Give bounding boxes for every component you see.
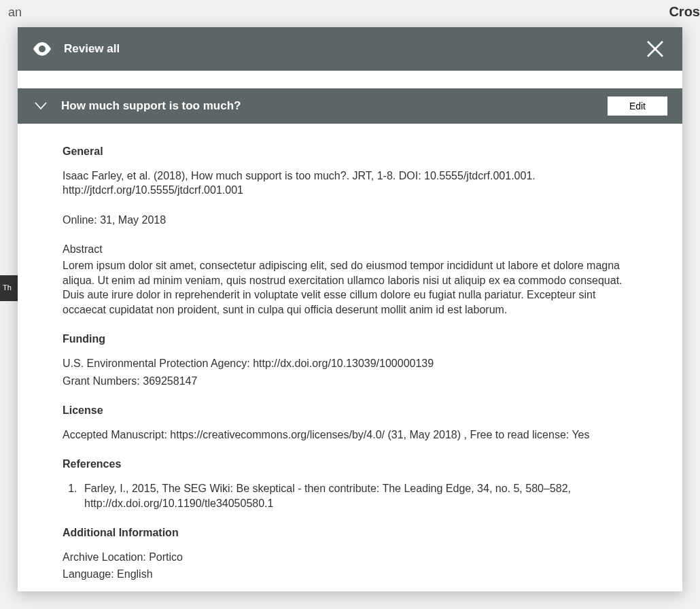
- edit-button[interactable]: Edit: [608, 97, 667, 116]
- license-text: Accepted Manuscript: https://creativecom…: [63, 428, 637, 442]
- record-title: How much support is too much?: [61, 99, 241, 113]
- funding-heading: Funding: [63, 332, 637, 347]
- abstract-text: Lorem ipsum dolor sit amet, consectetur …: [63, 258, 637, 317]
- chevron-down-icon[interactable]: [33, 98, 49, 114]
- abstract-label: Abstract: [63, 242, 637, 257]
- reference-item: Farley, I., 2015, The SEG Wiki: Be skept…: [80, 481, 637, 510]
- license-heading: License: [63, 403, 637, 418]
- reference-list: Farley, I., 2015, The SEG Wiki: Be skept…: [63, 481, 637, 510]
- backdrop-sidebar-stub: Th: [0, 275, 19, 301]
- language-text: Language: English: [63, 567, 637, 582]
- archive-location: Archive Location: Portico: [63, 550, 637, 565]
- funding-agency: U.S. Environmental Protection Agency: ht…: [63, 356, 637, 371]
- record-header: How much support is too much? Edit: [18, 88, 682, 124]
- close-button[interactable]: [643, 37, 667, 61]
- online-date: Online: 31, May 2018: [63, 213, 637, 228]
- header-gap: [18, 71, 682, 88]
- general-heading: General: [63, 144, 637, 159]
- additional-heading: Additional Information: [63, 525, 637, 540]
- modal-title: Review all: [64, 42, 120, 56]
- eye-icon: [33, 39, 52, 58]
- references-heading: References: [63, 457, 637, 472]
- svg-point-0: [39, 46, 46, 52]
- record-content: General Isaac Farley, et al. (2018), How…: [18, 124, 682, 591]
- citation-text: Isaac Farley, et al. (2018), How much su…: [63, 169, 637, 198]
- review-modal: Review all How much support is too much?…: [18, 27, 682, 591]
- modal-header: Review all: [18, 27, 682, 71]
- funding-grant: Grant Numbers: 369258147: [63, 374, 637, 389]
- backdrop-fragment-left: an: [8, 5, 22, 20]
- backdrop-fragment-right: Cros: [669, 4, 700, 20]
